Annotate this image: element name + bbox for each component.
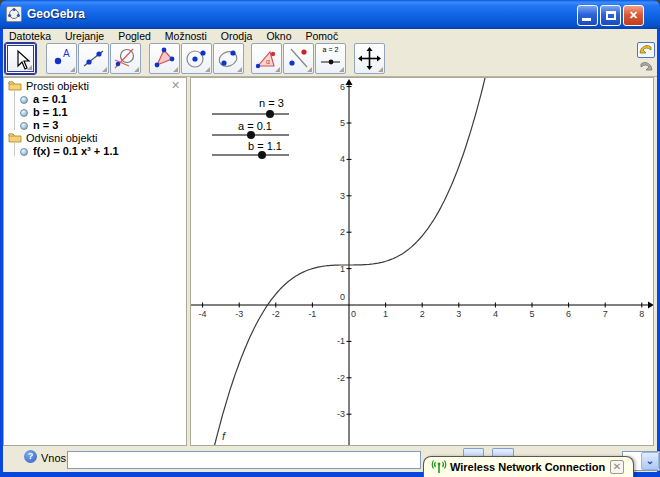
- geogebra-window: GeoGebra ✕ Datoteka Urejanje Pogled Možn…: [0, 0, 660, 477]
- svg-text:A: A: [63, 48, 70, 59]
- line-tool-button[interactable]: [78, 43, 109, 74]
- object-visibility-marble-icon[interactable]: [20, 148, 28, 156]
- item-label: b = 1.1: [33, 106, 68, 118]
- tick-label: 5: [325, 118, 345, 128]
- tick-label: 7: [595, 309, 615, 319]
- window-title: GeoGebra: [27, 7, 85, 21]
- slider-a-label: a = 0.1: [238, 120, 272, 132]
- slider-b-track[interactable]: [212, 154, 289, 156]
- slider-n-label: n = 3: [259, 97, 284, 109]
- tick-label: 5: [522, 309, 542, 319]
- tick-label: -1: [325, 336, 345, 346]
- slider-n-track[interactable]: [212, 113, 289, 115]
- algebra-item-b[interactable]: b = 1.1: [20, 106, 68, 119]
- tick-label: -1: [302, 309, 322, 319]
- maximize-button[interactable]: [600, 5, 621, 26]
- tick-label: 2: [325, 227, 345, 237]
- section-label: Prosti objekti: [26, 80, 89, 92]
- circle-tool-button[interactable]: [181, 43, 212, 74]
- section-label: Odvisni objekti: [26, 132, 98, 144]
- tick-label: 0: [325, 292, 345, 302]
- slider-tool-button[interactable]: a = 2: [315, 43, 346, 74]
- x-axis-arrow-icon: [648, 302, 654, 309]
- balloon-close-icon[interactable]: ✕: [610, 460, 624, 474]
- tick-label: 1: [376, 309, 396, 319]
- tick-label: 2: [412, 309, 432, 319]
- tick-label: -3: [229, 309, 249, 319]
- object-visibility-marble-icon[interactable]: [20, 122, 28, 130]
- conic-tool-button[interactable]: [213, 43, 244, 74]
- title-bar[interactable]: GeoGebra ✕: [0, 0, 660, 29]
- menu-pogled[interactable]: Pogled: [118, 30, 151, 42]
- wireless-notification-balloon[interactable]: Wireless Network Connection ✕: [423, 456, 634, 477]
- menu-urejanje[interactable]: Urejanje: [65, 30, 104, 42]
- tick-label: -2: [325, 373, 345, 383]
- item-label: f(x) = 0.1 x³ + 1.1: [33, 145, 119, 157]
- tick-label: 3: [449, 309, 469, 319]
- tick-label: 8: [632, 309, 652, 319]
- redo-button[interactable]: [637, 59, 655, 75]
- tree-line: [14, 91, 15, 130]
- mirror-tool-button[interactable]: [283, 43, 314, 74]
- algebra-section-free[interactable]: Prosti objekti: [8, 80, 89, 93]
- tick-label: -2: [266, 309, 286, 319]
- geogebra-logo-icon: [6, 6, 22, 22]
- tick-label: -3: [325, 409, 345, 419]
- polygon-tool-button[interactable]: [149, 43, 180, 74]
- menu-datoteka[interactable]: Datoteka: [9, 30, 51, 42]
- chevron-down-icon[interactable]: ⌄: [641, 452, 659, 470]
- menu-bar: Datoteka Urejanje Pogled Možnosti Orodja…: [3, 29, 657, 42]
- move-graphics-tool-button[interactable]: [354, 43, 385, 74]
- menu-okno[interactable]: Okno: [266, 30, 291, 42]
- angle-tool-button[interactable]: α: [251, 43, 282, 74]
- menu-pomoc[interactable]: Pomoč: [305, 30, 338, 42]
- move-tool-button[interactable]: [5, 43, 36, 74]
- menu-orodja[interactable]: Orodja: [221, 30, 253, 42]
- slider-b-handle[interactable]: [258, 151, 266, 159]
- algebra-view: ✕ Prosti objekti a = 0.1 b = 1.1 n = 3 O…: [3, 77, 187, 446]
- input-label: Vnos:: [41, 452, 69, 464]
- tick-label: -4: [193, 309, 213, 319]
- slider-n-handle[interactable]: [266, 110, 274, 118]
- toolbar: A: [3, 42, 657, 77]
- folder-icon: [8, 132, 22, 143]
- balloon-title: Wireless Network Connection: [450, 461, 605, 473]
- redo-icon: [639, 60, 653, 72]
- algebra-item-f[interactable]: f(x) = 0.1 x³ + 1.1: [20, 145, 119, 158]
- curve-label-f: f: [222, 430, 225, 442]
- item-label: n = 3: [33, 119, 58, 131]
- wireless-network-icon: [431, 460, 447, 477]
- algebra-section-dependent[interactable]: Odvisni objekti: [8, 132, 98, 145]
- algebra-item-a[interactable]: a = 0.1: [20, 93, 67, 106]
- tangents-tool-button[interactable]: [110, 43, 141, 74]
- menu-moznosti[interactable]: Možnosti: [165, 30, 207, 42]
- y-axis-arrow-icon: [346, 79, 353, 85]
- undo-button[interactable]: [637, 42, 655, 58]
- command-input[interactable]: [67, 451, 421, 469]
- slider-tool-label: a = 2: [316, 46, 345, 53]
- slider-a-handle[interactable]: [247, 131, 255, 139]
- point-tool-button[interactable]: A: [46, 43, 77, 74]
- item-label: a = 0.1: [33, 93, 67, 105]
- folder-icon: [8, 80, 22, 91]
- tick-label: 6: [325, 82, 345, 92]
- tick-label: 4: [485, 309, 505, 319]
- close-button[interactable]: ✕: [623, 5, 644, 26]
- algebra-close-icon[interactable]: ✕: [170, 80, 181, 91]
- graphics-view[interactable]: n = 3 a = 0.1 b = 1.1 f -4-3-2-101234567…: [190, 77, 654, 446]
- tick-label: 3: [325, 191, 345, 201]
- tick-label: 1: [325, 264, 345, 274]
- undo-icon: [639, 43, 653, 55]
- input-help-icon[interactable]: ?: [24, 450, 37, 463]
- algebra-item-n[interactable]: n = 3: [20, 119, 58, 132]
- svg-text:α: α: [266, 58, 270, 65]
- tick-label: 4: [325, 154, 345, 164]
- minimize-button[interactable]: [577, 5, 598, 26]
- object-visibility-marble-icon[interactable]: [20, 96, 28, 104]
- tick-label: 0: [344, 309, 364, 319]
- tick-label: 6: [559, 309, 579, 319]
- slider-b-label: b = 1.1: [248, 140, 282, 152]
- object-visibility-marble-icon[interactable]: [20, 109, 28, 117]
